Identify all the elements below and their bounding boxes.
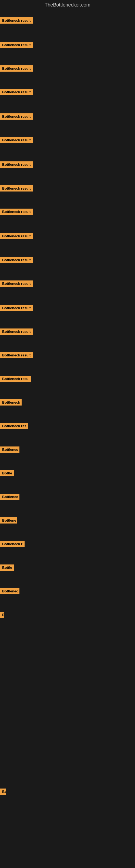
bottleneck-label: Bottleneck result [0,137,33,143]
bottleneck-result-item: Bottlenec [0,494,19,501]
bottleneck-label: Bottleneck result [0,209,33,215]
bottleneck-result-item: Bottleneck [0,399,21,407]
bottleneck-result-item: Bottleneck result [0,280,33,288]
bottleneck-result-item: Bottle [0,470,14,477]
bottleneck-label: Bo [0,788,6,795]
bottleneck-label: Bottleneck result [0,280,33,287]
bottleneck-result-item: Bottleneck resu [0,376,31,383]
bottleneck-result-item: Bottleneck result [0,89,33,96]
bottleneck-result-item: Bottleneck result [0,185,33,193]
site-title: TheBottlenecker.com [0,0,135,10]
bottleneck-result-item: Bottleneck result [0,233,33,240]
bottleneck-label: Bottlenec [0,588,19,594]
bottleneck-label: Bottleneck r [0,541,25,547]
bottleneck-label: Bottleneck result [0,257,33,263]
bottleneck-label: Bottleneck result [0,18,33,24]
bottleneck-result-item: Bottleneck result [0,65,33,73]
bottleneck-label: Bottle [0,470,14,476]
bottleneck-result-item: Bottleneck result [0,137,33,144]
bottleneck-result-item: Bottleneck result [0,42,33,49]
bottleneck-result-item: Bottleneck result [0,352,33,360]
bottleneck-label: Bottleneck [0,399,21,405]
bottleneck-result-item: Bottleneck result [0,329,33,336]
bottleneck-result-item: Bottleneck result [0,113,33,121]
bottleneck-result-item: Bottleneck res [0,423,28,430]
bottleneck-result-item: Bottleneck result [0,161,33,169]
bottleneck-result-item: B [0,612,4,619]
bottleneck-result-item: Bottlenec [0,588,19,595]
bottleneck-label: Bottleneck result [0,42,33,48]
bottleneck-label: Bottleneck result [0,185,33,191]
bottleneck-label: Bottlene [0,517,17,524]
bottleneck-label: Bottleneck result [0,113,33,120]
bottleneck-result-item: Bottleneck result [0,209,33,216]
bottleneck-label: Bottle [0,564,14,571]
bottleneck-result-item: Bottleneck result [0,305,33,312]
bottleneck-label: Bottleneck result [0,89,33,95]
bottleneck-label: Bottleneck result [0,233,33,239]
bottleneck-label: B [0,612,4,618]
bottleneck-result-item: Bottlenec [0,446,19,454]
bottleneck-result-item: Bottle [0,564,14,572]
bottleneck-result-item: Bottleneck result [0,18,33,25]
bottleneck-label: Bottleneck result [0,161,33,167]
bottleneck-result-item: Bottleneck r [0,541,25,548]
bottleneck-result-item: Bottleneck result [0,257,33,264]
bottleneck-label: Bottleneck resu [0,376,31,382]
bottleneck-label: Bottleneck result [0,65,33,72]
bottleneck-label: Bottleneck res [0,423,28,429]
bottleneck-result-item: Bo [0,788,6,796]
bottleneck-label: Bottleneck result [0,352,33,358]
bottleneck-result-item: Bottlene [0,517,17,525]
bottleneck-label: Bottleneck result [0,329,33,335]
bottleneck-label: Bottlenec [0,494,19,500]
bottleneck-label: Bottleneck result [0,305,33,311]
bottleneck-label: Bottlenec [0,446,19,453]
